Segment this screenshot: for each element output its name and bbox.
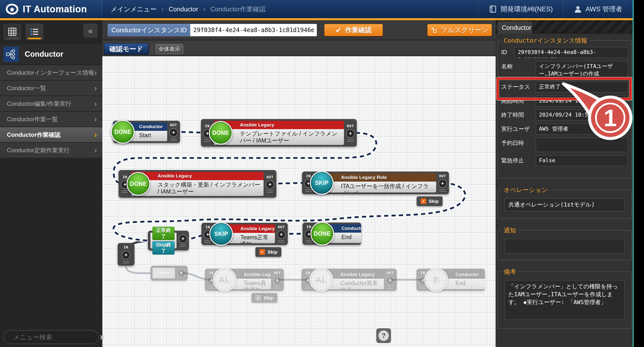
connector-out[interactable]: + (386, 276, 395, 285)
tab-list-view[interactable] (26, 24, 44, 40)
node-type-header: Ansible Legacy (214, 121, 344, 129)
sidebar-item-label: Conductor作業一覧 (7, 115, 58, 123)
user-label: AWS 管理者 (586, 5, 622, 13)
conductor-menu-icon (4, 46, 19, 62)
breadcrumb-item-conductor[interactable]: Conductor (169, 5, 198, 13)
sidebar-item-2[interactable]: Conductor編集/作業実行› (0, 96, 102, 111)
out-terminal: OUT+ (275, 223, 288, 245)
overview-button[interactable]: 全体表示 (156, 44, 183, 54)
sidebar-item-4[interactable]: Conductor作業確認› (0, 127, 102, 142)
menu-search-input[interactable] (13, 334, 96, 341)
info-label: ID (501, 47, 512, 58)
workflow-node-n3[interactable]: IN+Ansible Legacy RoleITAユーザーを一括作成 / インフ… (302, 172, 449, 194)
info-row-3: 開始時間2024/09/24 10:55:09 (501, 96, 628, 106)
sidebar-item-label: Conductor一覧 (7, 84, 46, 92)
in-label: IN (205, 124, 210, 128)
work-area: ConductorインスタンスID ✔ 作業確認 フルスクリーン 確認モード 全… (102, 20, 496, 347)
sidebar: « Conductor Conductorインターフェース情報›Conducto… (0, 20, 102, 347)
status-badge-done: DONE (310, 222, 334, 246)
operation-legend: オペレーション (501, 186, 550, 194)
help-button[interactable]: ? (376, 328, 391, 343)
workflow-node-end1[interactable]: IN+ConductorEndDONE (302, 223, 361, 245)
skip-badge[interactable]: ✔Skip (256, 247, 281, 257)
menu-search[interactable]: × (4, 330, 99, 344)
sidebar-item-label: Conductorインターフェース情報 (7, 69, 94, 77)
grip-lines (305, 286, 311, 289)
sidebar-item-3[interactable]: Conductor作業一覧› (0, 112, 102, 127)
in-label: IN (124, 245, 128, 249)
info-row-1: 名称インフラメンバー(ITAユーザー,IAMユーザー)の作成 (501, 61, 628, 78)
workflow-node-n4[interactable]: IN+Ansible LegacyTeams正常通知OUT+SKIP✔Skip (202, 223, 288, 245)
fullscreen-button[interactable]: フルスクリーン (427, 24, 492, 36)
menu-header: Conductor (0, 43, 102, 65)
sidebar-item-1[interactable]: Conductor一覧› (0, 81, 102, 96)
sidebar-item-0[interactable]: Conductorインターフェース情報› (0, 65, 102, 80)
app-title: IT Automation (23, 4, 87, 14)
workflow-node-g1[interactable]: IN+Ansible LegacyTeams異常通知OUT+AL✔Skip (205, 269, 284, 291)
workflow-node-other[interactable]: Other+ (151, 266, 188, 281)
panel-tab-conductor[interactable]: Conductor (498, 21, 532, 33)
user-icon (574, 5, 582, 13)
environment-label: 開発環境#6(NES) (500, 5, 553, 13)
info-value: 正常終了 (536, 82, 628, 92)
connector-out[interactable]: + (273, 276, 282, 285)
workflow-node-start[interactable]: ConductorStartOUT+DONE (113, 121, 180, 143)
status-badge-done: DONE (126, 172, 150, 196)
skip-checkbox[interactable]: ✔ (260, 249, 265, 255)
collapse-icon: « (88, 26, 93, 35)
confirm-work-button[interactable]: ✔ 作業確認 (324, 24, 383, 36)
workflow-node-cond[interactable]: 正常終了Skip終了+ (148, 231, 189, 250)
condition-skip-end: Skip終了 (152, 241, 174, 255)
chevron-right-icon: › (94, 68, 97, 77)
sidebar-item-5[interactable]: Conductor定期作業実行› (0, 143, 102, 158)
logo-block[interactable]: IT Automation (0, 0, 102, 18)
skip-badge[interactable]: ✔Skip (417, 196, 442, 206)
status-badge-al: AL (213, 268, 236, 292)
skip-badge[interactable]: ✔Skip (252, 293, 277, 303)
info-value: 29f038f4-4e24-4ea8-a8b3-1c81d1946e58 (514, 47, 628, 58)
search-clear-icon[interactable]: × (100, 333, 105, 341)
tab-grid-view[interactable] (4, 24, 21, 40)
info-value: インフラメンバー(ITAユーザー,IAMユーザー)の作成 (536, 61, 628, 78)
confirm-mode-button[interactable]: 確認モード (104, 43, 149, 55)
workflow-canvas[interactable]: ConductorStartOUT+DONEIN+Ansible Legacyテ… (102, 56, 496, 347)
in-label: IN (206, 225, 210, 229)
notification-legend: 通知 (501, 226, 518, 234)
help-icon: ? (378, 331, 389, 341)
check-icon: ✔ (335, 26, 342, 34)
grip-lines (122, 190, 128, 193)
workflow-node-n1[interactable]: IN+Ansible Legacyテンプレートファイル / インフラメンバー /… (201, 119, 357, 147)
connector-out[interactable]: + (266, 180, 274, 189)
workflow-node-g2[interactable]: IN+Ansible LegacyConductor異常終了OUT+AL (302, 269, 397, 291)
connector-out[interactable]: + (178, 234, 188, 243)
connector-out[interactable]: + (277, 230, 286, 239)
breadcrumb-item-main[interactable]: メインメニュー (111, 5, 156, 13)
canvas-toolbar: 確認モード 全体表示 (102, 40, 496, 56)
out-terminal: + (178, 234, 188, 247)
skip-checkbox[interactable]: ✔ (420, 198, 426, 204)
workflow-node-inonly[interactable]: IN+ (118, 243, 134, 266)
grip-lines (439, 189, 446, 192)
chevron-right-icon: › (94, 99, 97, 108)
operation-value: 共通オペレーション(1stモデル) (505, 198, 624, 211)
environment-selector[interactable]: 開発環境#6(NES) (478, 0, 563, 18)
user-menu[interactable]: AWS 管理者 (563, 0, 633, 18)
instance-id-input[interactable] (190, 24, 317, 36)
connector-out[interactable]: + (346, 129, 355, 138)
instance-info-legend: Conductorインスタンス情報 (501, 36, 590, 45)
info-value: False (536, 155, 628, 166)
skip-checkbox[interactable]: ✔ (256, 295, 261, 301)
breadcrumb-item-current: Conductor作業確認 (210, 5, 266, 13)
connector-out[interactable]: + (177, 269, 186, 278)
connector-in[interactable]: + (122, 251, 130, 260)
instance-info-group: Conductorインスタンス情報 ID29f038f4-4e24-4ea8-a… (498, 40, 632, 178)
out-terminal: OUT+ (344, 119, 357, 147)
sidebar-collapse-button[interactable]: « (84, 24, 98, 37)
breadcrumb: メインメニュー › Conductor › Conductor作業確認 (102, 5, 266, 13)
connector-out[interactable]: + (438, 179, 447, 188)
workflow-node-g3[interactable]: IN+ConductorEndE (416, 269, 485, 291)
list-icon (29, 27, 40, 37)
info-label: 予約日時 (501, 138, 533, 152)
workflow-node-n2[interactable]: IN+Ansible Legacyスタック構築・更新 / インフラメンバー / … (118, 170, 276, 198)
connector-out[interactable]: + (169, 128, 178, 137)
